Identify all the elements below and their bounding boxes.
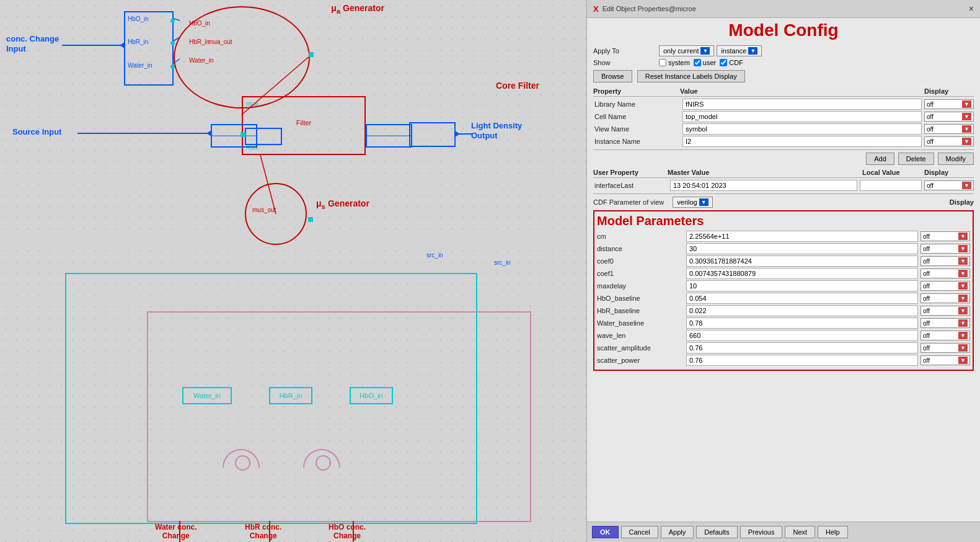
user-display-value: off: [927, 182, 934, 189]
col-property: Property: [593, 87, 680, 95]
divider-2: [593, 193, 974, 194]
mua-generator: HbO_in HbR_in Water_in mua_out μa Genera…: [174, 6, 310, 109]
param-value-input[interactable]: [686, 318, 918, 329]
param-value-input[interactable]: [686, 330, 918, 341]
display-arrow: ▼: [962, 125, 971, 133]
cdf-row: CDF Parameter of view verilog ▼ Display: [593, 197, 974, 208]
browse-reset-row: Browse Reset Instance Labels Display: [593, 70, 974, 82]
param-display-value: off: [923, 233, 930, 240]
param-value-input[interactable]: [686, 305, 918, 316]
titlebar-left: X Edit Object Properties@microe: [593, 4, 696, 14]
param-display-dropdown[interactable]: off ▼: [920, 269, 970, 278]
user-checkbox-input[interactable]: [694, 59, 701, 66]
param-display-value: off: [923, 270, 930, 277]
prop-value-input[interactable]: [682, 136, 922, 147]
col-user-property: User Property: [593, 169, 668, 176]
show-user-checkbox[interactable]: user: [694, 59, 716, 66]
prop-name: Library Name: [593, 100, 680, 108]
param-value-input[interactable]: [686, 342, 918, 353]
reset-button[interactable]: Reset Instance Labels Display: [637, 70, 745, 82]
panel-footer: OK Cancel Apply Defaults Previous Next H…: [587, 522, 980, 542]
param-value-input[interactable]: [686, 293, 918, 304]
apply-to-instance-dropdown[interactable]: instance ▼: [717, 45, 762, 56]
param-display-dropdown[interactable]: off ▼: [920, 231, 970, 241]
bottom-diagram: Water conc.Change HbR conc.Change HbO co…: [0, 257, 589, 542]
param-display-dropdown[interactable]: off ▼: [920, 306, 970, 316]
delete-button[interactable]: Delete: [898, 153, 934, 165]
top-diagram: conc. ChangeInput HbO_in HbR_in Water_in…: [0, 0, 589, 257]
display-dropdown[interactable]: off ▼: [924, 99, 974, 109]
ok-button[interactable]: OK: [592, 526, 619, 538]
display-dropdown[interactable]: off ▼: [924, 124, 974, 134]
close-button[interactable]: ×: [969, 4, 974, 14]
prop-value-input[interactable]: [682, 111, 922, 122]
show-system-checkbox[interactable]: system: [659, 59, 690, 66]
param-display-dropdown[interactable]: off ▼: [920, 331, 970, 340]
param-display-dropdown[interactable]: off ▼: [920, 343, 970, 353]
param-row: wave_len off ▼: [597, 330, 970, 341]
col-value: Value: [680, 87, 924, 95]
display-dropdown[interactable]: off ▼: [924, 112, 974, 122]
user-prop-body: interfaceLast off ▼: [593, 180, 974, 191]
next-button[interactable]: Next: [785, 526, 815, 538]
param-display-arrow: ▼: [958, 257, 968, 265]
cancel-button[interactable]: Cancel: [621, 526, 658, 538]
cdf-checkbox-input[interactable]: [720, 59, 727, 66]
user-display-dropdown[interactable]: off ▼: [924, 180, 974, 190]
system-label: system: [668, 59, 690, 66]
prop-value-input[interactable]: [682, 123, 922, 135]
model-config-heading: Model Config: [587, 18, 980, 42]
param-value-input[interactable]: [686, 355, 918, 366]
modify-button[interactable]: Modify: [938, 153, 974, 165]
prop-name: Instance Name: [593, 138, 680, 145]
param-display-dropdown[interactable]: off ▼: [920, 281, 970, 291]
user-prop-local[interactable]: [860, 180, 922, 191]
apply-to-dropdowns: only current ▼ instance ▼: [659, 45, 762, 56]
param-display-dropdown[interactable]: off ▼: [920, 256, 970, 266]
param-display-value: off: [923, 332, 930, 339]
user-prop-row: interfaceLast off ▼: [593, 180, 974, 191]
param-display-value: off: [923, 295, 930, 302]
param-display-arrow: ▼: [958, 307, 968, 314]
cdf-value: verilog: [677, 198, 697, 206]
param-display-dropdown[interactable]: off ▼: [920, 355, 970, 365]
param-name: scatter_power: [597, 357, 684, 364]
add-button[interactable]: Add: [866, 153, 894, 165]
param-row: coef1 off ▼: [597, 268, 970, 279]
param-name: coef0: [597, 257, 684, 265]
param-name: wave_len: [597, 332, 684, 339]
prop-value-input[interactable]: [682, 99, 922, 110]
browse-button[interactable]: Browse: [593, 70, 632, 82]
display-value: off: [927, 126, 934, 133]
defaults-button[interactable]: Defaults: [696, 526, 737, 538]
previous-button[interactable]: Previous: [740, 526, 783, 538]
param-value-input[interactable]: [686, 255, 918, 267]
apply-to-current-dropdown[interactable]: only current ▼: [659, 45, 714, 56]
param-display-arrow: ▼: [958, 233, 968, 240]
user-prop-name: interfaceLast: [593, 182, 668, 189]
param-display-value: off: [923, 246, 930, 252]
param-value-input[interactable]: [686, 231, 918, 242]
cdf-dropdown[interactable]: verilog ▼: [673, 197, 712, 208]
cdf-param-label: CDF Parameter of view: [593, 198, 664, 206]
param-display-dropdown[interactable]: off ▼: [920, 293, 970, 303]
show-cdf-checkbox[interactable]: CDF: [720, 59, 743, 66]
apply-to-instance-value: instance: [721, 47, 746, 55]
display-dropdown[interactable]: off ▼: [924, 136, 974, 146]
help-button[interactable]: Help: [818, 526, 848, 538]
param-value-input[interactable]: [686, 268, 918, 279]
param-name: HbR_baseline: [597, 307, 684, 314]
param-display-dropdown[interactable]: off ▼: [920, 318, 970, 328]
user-prop-value[interactable]: [670, 180, 857, 191]
param-display-value: off: [923, 357, 930, 364]
param-value-input[interactable]: [686, 243, 918, 254]
mua-generator-label: μa Generator: [331, 3, 384, 15]
param-value-input[interactable]: [686, 280, 918, 291]
param-row: Water_baseline off ▼: [597, 318, 970, 329]
mua-out-label: mua_out: [208, 37, 232, 47]
param-row: distance off ▼: [597, 243, 970, 254]
hbr-conc-label: HbR conc.Change: [245, 523, 281, 541]
param-display-dropdown[interactable]: off ▼: [920, 244, 970, 254]
system-checkbox-input[interactable]: [659, 59, 666, 66]
apply-button[interactable]: Apply: [661, 526, 694, 538]
